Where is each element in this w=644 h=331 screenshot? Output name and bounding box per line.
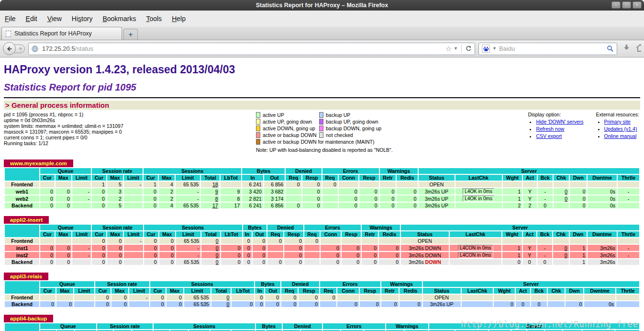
col-group-bytes: Bytes — [243, 225, 267, 230]
cell-out: 0 — [253, 245, 267, 251]
url-text[interactable]: 172.25.20.5/status — [42, 45, 93, 52]
cell-lbtot — [221, 182, 242, 187]
cell-in: 0 — [243, 238, 252, 244]
legend-label: backup UP — [326, 112, 350, 118]
search-bar[interactable]: ▼ Baidu — [478, 43, 617, 55]
row-name[interactable]: Backend — [5, 301, 39, 307]
display-option-link[interactable]: Hide 'DOWN' servers — [536, 119, 583, 125]
proxy-label-www.myexample.com[interactable]: www.myexample.com — [4, 160, 73, 167]
cell-wght — [494, 295, 515, 300]
cell-cur: 0 — [40, 188, 55, 194]
menu-tools[interactable]: Tools — [146, 15, 162, 23]
cell-redis: 0 — [379, 259, 400, 265]
row-name[interactable]: web1 — [5, 188, 39, 194]
reload-icon[interactable] — [465, 45, 472, 52]
row-name[interactable]: Backend — [5, 203, 39, 208]
row-name[interactable]: web2 — [5, 195, 39, 202]
maximize-button[interactable]: □ — [622, 1, 631, 9]
external-resource-link[interactable]: Updates (v1.4) — [604, 126, 637, 132]
tab-statistics-report[interactable]: Statistics Report for HAProxy — [1, 27, 122, 40]
row-name[interactable]: Frontend — [5, 295, 39, 300]
cell-out: 3 174 — [264, 195, 285, 202]
cell-lbtot — [221, 238, 242, 244]
minimize-button[interactable]: – — [611, 1, 621, 9]
search-dropdown-icon[interactable]: ▼ — [492, 46, 497, 51]
cell-retr: 0 — [380, 188, 396, 194]
cell-out: 0 — [253, 259, 267, 265]
row-name[interactable]: Frontend — [5, 182, 39, 187]
cell-bck: 0 — [537, 259, 553, 265]
window-titlebar[interactable]: Statistics Report for HAProxy – Mozilla … — [0, 0, 644, 11]
legend-item: backup UP — [319, 112, 381, 118]
bookmark-star-icon[interactable]: ☆ — [445, 45, 452, 52]
tab-strip: Statistics Report for HAProxy + — [0, 27, 644, 40]
back-button[interactable] — [3, 42, 16, 55]
proxy-label-appli3-relais[interactable]: appli3-relais — [4, 273, 48, 280]
cell-dwntme: 0s — [584, 301, 615, 307]
cell-resp: 0 — [299, 301, 319, 307]
menu-bookmarks[interactable]: Bookmarks — [102, 15, 136, 23]
downloads-button[interactable] — [621, 44, 632, 54]
page-title[interactable]: HAProxy version 1.4.23, released 2013/04… — [4, 63, 640, 76]
proxy-label-appli4-backup[interactable]: appli4-backup — [4, 315, 53, 322]
process-info-line: current conns = 1; current pipes = 0/0 — [4, 135, 256, 140]
col-header-req: Req — [281, 288, 298, 294]
cell-lastchk: L4CON in 0ms — [450, 245, 501, 251]
search-submit-icon[interactable] — [607, 45, 614, 52]
legend-note: Note: UP with load-balancing disabled is… — [256, 147, 505, 153]
cell-req — [322, 195, 338, 202]
row-name[interactable]: Backend — [5, 259, 39, 265]
row-name[interactable]: inst2 — [5, 252, 39, 258]
cell-total: 8 — [201, 195, 219, 202]
col-header-retr: Retr — [380, 175, 396, 181]
col-header-resp: Resp — [302, 175, 322, 181]
external-resource-link[interactable]: Online manual — [604, 133, 637, 139]
cell-redis — [397, 182, 418, 187]
display-option-link[interactable]: Refresh now — [536, 126, 564, 132]
external-resource-link[interactable]: Primary site — [604, 119, 631, 125]
cell-max: 4 — [159, 203, 175, 208]
menu-history[interactable]: History — [72, 15, 93, 23]
display-option-links: Hide 'DOWN' serversRefresh nowCSV export — [528, 119, 583, 139]
search-input[interactable]: Baidu — [499, 45, 604, 52]
col-header-dwntme: Dwntme — [584, 288, 615, 294]
display-option-block: Display option: Hide 'DOWN' serversRefre… — [528, 112, 583, 140]
col-header-limit: Limit — [176, 175, 200, 181]
col-header-in: In — [242, 175, 263, 181]
cell-redis: 0 — [397, 188, 418, 194]
menu-edit[interactable]: Edit — [26, 15, 37, 23]
legend-item: not checked — [319, 132, 381, 138]
menu-file[interactable]: File — [5, 15, 16, 23]
cell-dwntme — [584, 295, 615, 300]
cell-conn: 0 — [321, 245, 341, 251]
col-header-out: Out — [253, 231, 267, 237]
close-button[interactable]: × — [633, 1, 642, 9]
cell-out: 6 856 — [264, 203, 285, 208]
cell-status: OPEN — [401, 238, 449, 244]
menu-view[interactable]: View — [47, 15, 62, 23]
cell-conn — [321, 238, 341, 244]
cell-conn: 0 — [321, 252, 341, 258]
col-header-conn: Conn — [321, 231, 341, 237]
col-header-out: Out — [265, 288, 280, 294]
col-header-limit: Limit — [176, 231, 201, 237]
new-tab-button[interactable]: + — [123, 29, 138, 40]
menu-help[interactable]: Help — [172, 15, 186, 23]
cell-in: 0 — [243, 259, 252, 265]
cell-max: 5 — [107, 203, 123, 208]
url-dropdown-icon[interactable]: ▼ — [454, 46, 458, 51]
col-header-lastchk: LastChk — [450, 231, 501, 237]
home-button[interactable] — [635, 43, 641, 55]
display-option-link[interactable]: CSV export — [536, 133, 562, 139]
row-name[interactable]: Frontend — [5, 238, 39, 244]
legend-swatch — [256, 132, 260, 138]
proxy-label-appli2-insert[interactable]: appli2-insert — [4, 216, 49, 224]
cell-max: 0 — [56, 203, 71, 208]
search-engine-icon[interactable] — [482, 45, 490, 53]
cell-max: 0 — [56, 195, 71, 202]
row-name[interactable]: inst1 — [5, 245, 39, 251]
cell-wght — [503, 182, 522, 187]
cell-req: 0 — [322, 182, 338, 187]
url-bar[interactable]: 172.25.20.5/status ☆ ▼ — [28, 43, 475, 55]
col-header-redis: Redis — [400, 288, 422, 294]
